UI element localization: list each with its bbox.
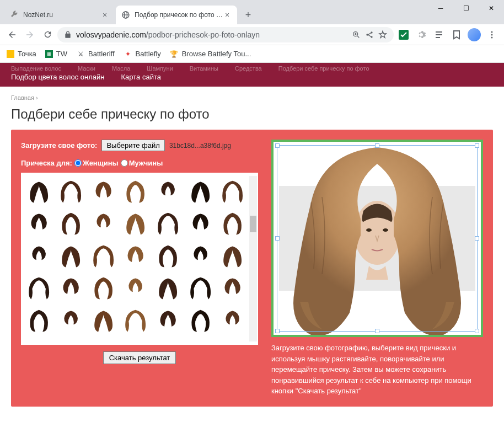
svg-point-13 <box>491 36 493 38</box>
hairstyle-option[interactable] <box>153 209 183 238</box>
resize-handle[interactable] <box>375 143 379 148</box>
share-icon[interactable] <box>365 30 374 39</box>
extension-bookmark-icon[interactable] <box>449 27 464 42</box>
choose-file-button[interactable]: Выберите файл <box>101 140 164 151</box>
maximize-button[interactable]: ☐ <box>453 0 479 17</box>
download-button[interactable]: Скачать результат <box>103 351 176 364</box>
new-tab-button[interactable]: + <box>240 7 256 23</box>
hairstyle-option[interactable] <box>89 241 118 270</box>
reload-button[interactable] <box>40 27 55 42</box>
hairstyle-grid <box>21 173 258 345</box>
hairstyle-option[interactable] <box>24 305 53 334</box>
hairstyle-option[interactable] <box>57 273 86 302</box>
hairstyle-option[interactable] <box>89 273 118 302</box>
hairstyle-option[interactable] <box>186 241 215 270</box>
bookmark-tw[interactable]: ▦TW <box>45 50 67 58</box>
resize-handle[interactable] <box>475 143 479 148</box>
hairstyle-option[interactable] <box>218 241 247 270</box>
hairstyle-option[interactable] <box>57 338 86 341</box>
hairstyle-option[interactable] <box>24 176 53 205</box>
hairstyle-option[interactable] <box>121 305 151 334</box>
hairstyle-option[interactable] <box>24 209 53 238</box>
hairstyle-option[interactable] <box>57 209 86 238</box>
hairstyle-option[interactable] <box>24 273 53 302</box>
hairstyle-option[interactable] <box>153 241 183 270</box>
bookmarks-bar: Точка ▦TW ⚔Battleriff ✦Battlefly 🏆Browse… <box>0 45 504 63</box>
svg-point-9 <box>371 36 372 38</box>
hairstyle-option[interactable] <box>89 209 118 238</box>
lock-icon <box>64 31 72 39</box>
extension-gear-icon[interactable] <box>414 27 429 42</box>
hairstyle-option[interactable] <box>153 305 183 334</box>
resize-handle[interactable] <box>275 236 280 241</box>
forward-button[interactable] <box>22 27 37 42</box>
hairstyle-option[interactable] <box>218 273 247 302</box>
hairstyle-option[interactable] <box>121 241 151 270</box>
menu-button[interactable] <box>484 27 500 42</box>
hairstyle-option[interactable] <box>153 176 183 205</box>
extension-check-icon[interactable] <box>396 27 411 42</box>
back-button[interactable] <box>4 27 20 42</box>
star-icon[interactable] <box>378 30 387 39</box>
hairstyle-option[interactable] <box>89 176 118 205</box>
hairstyle-option[interactable] <box>57 176 86 205</box>
hairstyle-option[interactable] <box>218 338 247 341</box>
resize-handle[interactable] <box>375 329 379 333</box>
scrollbar[interactable] <box>249 176 257 341</box>
hairstyle-option[interactable] <box>186 305 215 334</box>
hairstyle-option[interactable] <box>121 273 151 302</box>
resize-handle[interactable] <box>475 236 479 241</box>
tab-noznet[interactable]: NozNet.ru × <box>4 6 115 24</box>
window-controls: ─ ☐ ✕ <box>428 0 504 18</box>
nav-link[interactable]: Подбор цвета волос онлайн <box>11 73 105 81</box>
extension-list-icon[interactable] <box>431 27 447 42</box>
resize-handle[interactable] <box>275 143 280 148</box>
hairstyle-option[interactable] <box>218 176 247 205</box>
hairstyle-option[interactable] <box>89 305 118 334</box>
upload-label: Загрузите свое фото: <box>21 141 97 150</box>
browser-toolbar: volosvypadenie.com/podbor-prichesok-po-f… <box>0 24 504 45</box>
hairstyle-option[interactable] <box>57 305 86 334</box>
zoom-icon[interactable] <box>352 30 361 39</box>
resize-handle[interactable] <box>275 329 280 333</box>
hairstyle-option[interactable] <box>186 273 215 302</box>
minimize-button[interactable]: ─ <box>428 0 453 17</box>
svg-point-11 <box>491 31 493 33</box>
hairstyle-option[interactable] <box>186 209 215 238</box>
breadcrumb-home[interactable]: Главная <box>11 94 34 101</box>
hairstyle-option[interactable] <box>121 209 151 238</box>
close-icon[interactable]: × <box>100 10 109 19</box>
svg-point-8 <box>371 31 372 33</box>
svg-point-7 <box>366 34 368 35</box>
profile-avatar[interactable] <box>467 27 482 42</box>
hairstyle-option[interactable] <box>89 338 118 341</box>
hairstyle-option[interactable] <box>24 241 53 270</box>
hairstyle-option[interactable] <box>153 273 183 302</box>
close-icon[interactable]: × <box>223 10 232 19</box>
hairstyle-option[interactable] <box>24 338 53 341</box>
wrench-icon <box>10 10 19 19</box>
nav-link[interactable]: Карта сайта <box>121 73 161 81</box>
hairstyle-option[interactable] <box>121 176 151 205</box>
hairstyle-option[interactable] <box>57 241 86 270</box>
hairstyle-option[interactable] <box>153 338 183 341</box>
resize-handle[interactable] <box>475 329 479 333</box>
preview-canvas[interactable] <box>271 140 483 337</box>
hairstyle-option[interactable] <box>218 305 247 334</box>
tab-hairstyle[interactable]: Подбор причесок по фото онла × <box>116 6 237 24</box>
bookmark-tochka[interactable]: Точка <box>7 50 36 58</box>
hairstyle-option[interactable] <box>186 338 215 341</box>
selection-rect[interactable] <box>277 145 478 332</box>
tab-title: Подбор причесок по фото онла <box>135 11 223 19</box>
bookmark-battlefy[interactable]: 🏆Browse Battlefy Tou... <box>170 50 251 58</box>
radio-female[interactable]: Женщины <box>74 159 119 167</box>
radio-male[interactable]: Мужчины <box>121 159 163 167</box>
bookmark-battlefly[interactable]: ✦Battlefly <box>124 50 161 58</box>
close-button[interactable]: ✕ <box>479 0 504 17</box>
hairstyle-option[interactable] <box>186 176 215 205</box>
hairstyle-option[interactable] <box>121 338 151 341</box>
hairstyle-option[interactable] <box>218 209 247 238</box>
address-bar[interactable]: volosvypadenie.com/podbor-prichesok-po-f… <box>57 27 394 42</box>
site-nav: Выпадение волосМаскиМаслаШампуниВитамины… <box>0 63 504 87</box>
bookmark-battleriff[interactable]: ⚔Battleriff <box>76 50 114 58</box>
